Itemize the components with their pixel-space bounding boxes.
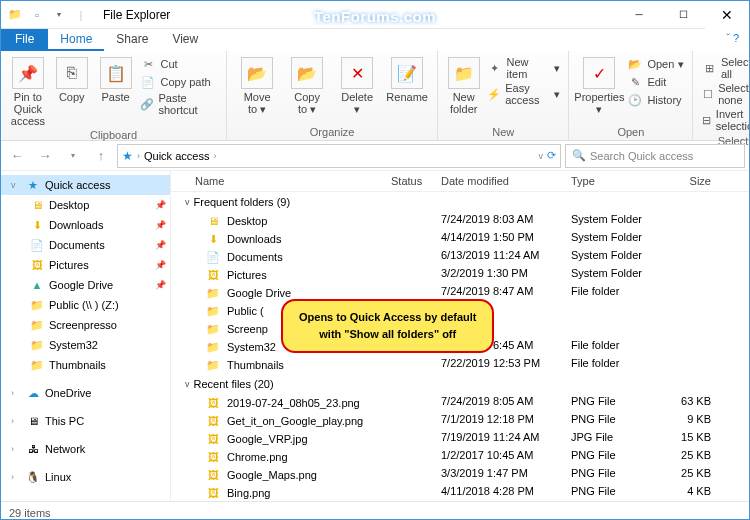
list-row[interactable]: 🖼Pictures3/2/2019 1:30 PMSystem Folder	[171, 266, 749, 284]
col-name[interactable]: Name	[171, 175, 391, 187]
qat-dropdown[interactable]: ▾	[49, 5, 69, 25]
group-new-label: New	[446, 124, 560, 138]
nav-item[interactable]: 📄Documents📌	[1, 235, 170, 255]
qat-btn[interactable]: ▫	[27, 5, 47, 25]
nav-item[interactable]: ▲Google Drive📌	[1, 275, 170, 295]
paste-button[interactable]: 📋Paste	[97, 55, 135, 103]
list-row[interactable]: 🖼Google_VRP.jpg7/19/2019 11:24 AMJPG Fil…	[171, 430, 749, 448]
file-size: 15 KB	[661, 431, 721, 447]
close-button[interactable]: ✕	[705, 1, 749, 29]
tab-home[interactable]: Home	[48, 29, 104, 51]
file-type: JPG File	[571, 431, 661, 447]
nav-linux[interactable]: ›🐧Linux	[1, 467, 170, 487]
open-button[interactable]: 📂Open ▾	[627, 55, 684, 73]
group-open-label: Open	[577, 124, 684, 138]
nav-item-label: Public (\\ ) (Z:)	[49, 299, 119, 311]
file-size	[661, 303, 721, 319]
nav-item[interactable]: ⬇Downloads📌	[1, 215, 170, 235]
paste-shortcut-button[interactable]: 🔗Paste shortcut	[140, 91, 218, 117]
nav-forward-button[interactable]: →	[33, 144, 57, 168]
file-type: System Folder	[571, 249, 661, 265]
file-name: Google_Maps.png	[227, 469, 317, 481]
nav-item[interactable]: 📁Screenpresso	[1, 315, 170, 335]
quick-access-icon: ★	[122, 149, 133, 163]
file-date: 1/2/2017 10:45 AM	[441, 449, 571, 465]
list-row[interactable]: 🖼Bing.png4/11/2018 4:28 PMPNG File4 KB	[171, 484, 749, 501]
file-menu[interactable]: File	[1, 29, 48, 51]
nav-quick-access[interactable]: v★Quick access	[1, 175, 170, 195]
file-date: 7/19/2019 11:24 AM	[441, 431, 571, 447]
new-item-button[interactable]: ✦New item ▾	[487, 55, 560, 81]
search-input[interactable]: 🔍 Search Quick access	[565, 144, 745, 168]
delete-button[interactable]: ✕Delete▾	[335, 55, 379, 115]
select-all-button[interactable]: ⊞Select all	[701, 55, 750, 81]
folder-icon: 📁	[5, 5, 25, 25]
list-row[interactable]: 🖼Google_Maps.png3/3/2019 1:47 PMPNG File…	[171, 466, 749, 484]
pin-quick-access-button[interactable]: 📌Pin to Quickaccess	[9, 55, 47, 127]
tab-view[interactable]: View	[160, 29, 210, 51]
address-box[interactable]: ★ › Quick access › v ⟳	[117, 144, 561, 168]
list-row[interactable]: 🖼Get_it_on_Google_play.png7/1/2019 12:18…	[171, 412, 749, 430]
list-row[interactable]: 🖼2019-07-24_08h05_23.png7/24/2019 8:05 A…	[171, 394, 749, 412]
nav-network[interactable]: ›🖧Network	[1, 439, 170, 459]
nav-onedrive[interactable]: ›☁OneDrive	[1, 383, 170, 403]
nav-item-label: Desktop	[49, 199, 89, 211]
nav-item[interactable]: 📁Public (\\ ) (Z:)	[1, 295, 170, 315]
nav-recent-button[interactable]: ▾	[61, 144, 85, 168]
nav-back-button[interactable]: ←	[5, 144, 29, 168]
easy-access-button[interactable]: ⚡Easy access ▾	[487, 81, 560, 107]
nav-up-button[interactable]: ↑	[89, 144, 113, 168]
copy-path-button[interactable]: 📄Copy path	[140, 73, 218, 91]
copy-button[interactable]: ⎘Copy	[53, 55, 91, 103]
col-status[interactable]: Status	[391, 175, 441, 187]
file-name: Pictures	[227, 269, 267, 281]
file-name: System32	[227, 341, 276, 353]
ribbon-collapse[interactable]: ˇ ?	[716, 29, 749, 51]
col-type[interactable]: Type	[571, 175, 661, 187]
annotation-callout: Opens to Quick Access by defaultwith "Sh…	[281, 299, 494, 353]
file-date: 7/1/2019 12:18 PM	[441, 413, 571, 429]
select-none-button[interactable]: ☐Select none	[701, 81, 750, 107]
group-frequent[interactable]: vFrequent folders (9)	[171, 192, 749, 212]
qat-sep: |	[71, 5, 91, 25]
move-to-button[interactable]: 📂Moveto ▾	[235, 55, 279, 115]
nav-item[interactable]: 🖼Pictures📌	[1, 255, 170, 275]
maximize-button[interactable]: ☐	[661, 1, 705, 29]
search-icon: 🔍	[572, 149, 586, 162]
refresh-icon[interactable]: ⟳	[547, 149, 556, 162]
status-item-count: 29 items	[9, 507, 51, 519]
rename-button[interactable]: 📝Rename	[385, 55, 429, 103]
col-size[interactable]: Size	[661, 175, 721, 187]
edit-button[interactable]: ✎Edit	[627, 73, 684, 91]
nav-item-label: Google Drive	[49, 279, 113, 291]
history-button[interactable]: 🕑History	[627, 91, 684, 109]
folder-icon: 📁	[29, 337, 45, 353]
properties-button[interactable]: ✓Properties▾	[577, 55, 621, 115]
list-row[interactable]: 🖼Chrome.png1/2/2017 10:45 AMPNG File25 K…	[171, 448, 749, 466]
list-row[interactable]: 🖥Desktop7/24/2019 8:03 AMSystem Folder	[171, 212, 749, 230]
file-size: 9 KB	[661, 413, 721, 429]
group-recent[interactable]: vRecent files (20)	[171, 374, 749, 394]
address-dropdown-icon[interactable]: v	[539, 151, 544, 161]
col-date[interactable]: Date modified	[441, 175, 571, 187]
list-row[interactable]: 📁Thumbnails7/22/2019 12:53 PMFile folder	[171, 356, 749, 374]
folder-icon: 📁	[29, 297, 45, 313]
file-icon: 📁	[205, 303, 221, 319]
copy-to-button[interactable]: 📂Copyto ▾	[285, 55, 329, 115]
tab-share[interactable]: Share	[104, 29, 160, 51]
nav-item-label: Screenpresso	[49, 319, 117, 331]
cut-button[interactable]: ✂Cut	[140, 55, 218, 73]
minimize-button[interactable]: ─	[617, 1, 661, 29]
list-row[interactable]: ⬇Downloads4/14/2019 1:50 PMSystem Folder	[171, 230, 749, 248]
list-header: Name Status Date modified Type Size	[171, 171, 749, 192]
nav-item[interactable]: 🖥Desktop📌	[1, 195, 170, 215]
nav-this-pc[interactable]: ›🖥This PC	[1, 411, 170, 431]
new-folder-button[interactable]: 📁Newfolder	[446, 55, 481, 115]
file-date: 3/3/2019 1:47 PM	[441, 467, 571, 483]
pin-icon: 📌	[155, 280, 166, 290]
nav-item[interactable]: 📁Thumbnails	[1, 355, 170, 375]
invert-selection-button[interactable]: ⊟Invert selection	[701, 107, 750, 133]
file-icon: 🖼	[205, 431, 221, 447]
nav-item[interactable]: 📁System32	[1, 335, 170, 355]
list-row[interactable]: 📄Documents6/13/2019 11:24 AMSystem Folde…	[171, 248, 749, 266]
